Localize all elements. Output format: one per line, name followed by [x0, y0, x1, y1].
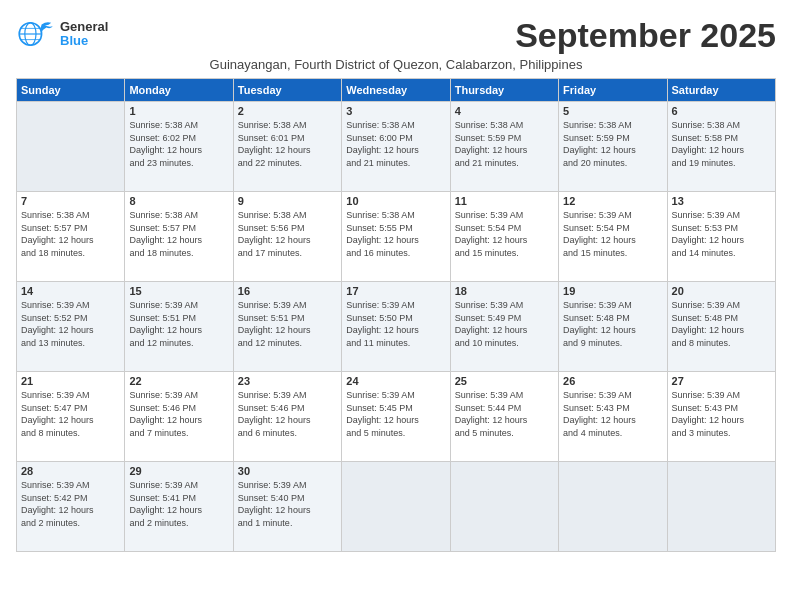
day-info: Sunrise: 5:39 AMSunset: 5:50 PMDaylight:…: [346, 299, 445, 349]
calendar-cell: [559, 462, 667, 552]
day-number: 22: [129, 375, 228, 387]
calendar-cell: 30Sunrise: 5:39 AMSunset: 5:40 PMDayligh…: [233, 462, 341, 552]
column-header-monday: Monday: [125, 79, 233, 102]
day-info: Sunrise: 5:38 AMSunset: 5:58 PMDaylight:…: [672, 119, 771, 169]
day-info: Sunrise: 5:39 AMSunset: 5:44 PMDaylight:…: [455, 389, 554, 439]
day-number: 21: [21, 375, 120, 387]
calendar-week-row: 21Sunrise: 5:39 AMSunset: 5:47 PMDayligh…: [17, 372, 776, 462]
day-info: Sunrise: 5:39 AMSunset: 5:43 PMDaylight:…: [563, 389, 662, 439]
day-number: 29: [129, 465, 228, 477]
calendar-cell: [17, 102, 125, 192]
calendar-cell: 26Sunrise: 5:39 AMSunset: 5:43 PMDayligh…: [559, 372, 667, 462]
day-number: 5: [563, 105, 662, 117]
day-info: Sunrise: 5:39 AMSunset: 5:53 PMDaylight:…: [672, 209, 771, 259]
calendar-cell: 2Sunrise: 5:38 AMSunset: 6:01 PMDaylight…: [233, 102, 341, 192]
calendar-cell: [667, 462, 775, 552]
day-number: 27: [672, 375, 771, 387]
logo: General Blue: [16, 16, 108, 52]
day-info: Sunrise: 5:39 AMSunset: 5:42 PMDaylight:…: [21, 479, 120, 529]
day-number: 23: [238, 375, 337, 387]
day-number: 4: [455, 105, 554, 117]
day-info: Sunrise: 5:39 AMSunset: 5:54 PMDaylight:…: [563, 209, 662, 259]
day-info: Sunrise: 5:39 AMSunset: 5:46 PMDaylight:…: [238, 389, 337, 439]
day-number: 20: [672, 285, 771, 297]
day-info: Sunrise: 5:38 AMSunset: 5:56 PMDaylight:…: [238, 209, 337, 259]
calendar-cell: 16Sunrise: 5:39 AMSunset: 5:51 PMDayligh…: [233, 282, 341, 372]
day-number: 19: [563, 285, 662, 297]
logo-blue-text: Blue: [60, 34, 108, 48]
column-header-sunday: Sunday: [17, 79, 125, 102]
column-header-wednesday: Wednesday: [342, 79, 450, 102]
day-info: Sunrise: 5:38 AMSunset: 5:57 PMDaylight:…: [21, 209, 120, 259]
calendar-cell: 25Sunrise: 5:39 AMSunset: 5:44 PMDayligh…: [450, 372, 558, 462]
day-info: Sunrise: 5:39 AMSunset: 5:47 PMDaylight:…: [21, 389, 120, 439]
day-info: Sunrise: 5:38 AMSunset: 6:00 PMDaylight:…: [346, 119, 445, 169]
column-header-tuesday: Tuesday: [233, 79, 341, 102]
calendar-header-row: SundayMondayTuesdayWednesdayThursdayFrid…: [17, 79, 776, 102]
logo-general-text: General: [60, 20, 108, 34]
calendar-cell: 27Sunrise: 5:39 AMSunset: 5:43 PMDayligh…: [667, 372, 775, 462]
calendar-cell: 21Sunrise: 5:39 AMSunset: 5:47 PMDayligh…: [17, 372, 125, 462]
day-number: 2: [238, 105, 337, 117]
day-info: Sunrise: 5:39 AMSunset: 5:51 PMDaylight:…: [129, 299, 228, 349]
day-number: 6: [672, 105, 771, 117]
day-number: 7: [21, 195, 120, 207]
day-info: Sunrise: 5:39 AMSunset: 5:43 PMDaylight:…: [672, 389, 771, 439]
day-info: Sunrise: 5:39 AMSunset: 5:40 PMDaylight:…: [238, 479, 337, 529]
calendar-cell: 3Sunrise: 5:38 AMSunset: 6:00 PMDaylight…: [342, 102, 450, 192]
day-number: 26: [563, 375, 662, 387]
day-number: 30: [238, 465, 337, 477]
calendar-cell: 18Sunrise: 5:39 AMSunset: 5:49 PMDayligh…: [450, 282, 558, 372]
day-number: 13: [672, 195, 771, 207]
calendar-cell: 14Sunrise: 5:39 AMSunset: 5:52 PMDayligh…: [17, 282, 125, 372]
column-header-thursday: Thursday: [450, 79, 558, 102]
logo-icon: [16, 16, 56, 52]
day-info: Sunrise: 5:39 AMSunset: 5:49 PMDaylight:…: [455, 299, 554, 349]
calendar-cell: 20Sunrise: 5:39 AMSunset: 5:48 PMDayligh…: [667, 282, 775, 372]
day-info: Sunrise: 5:39 AMSunset: 5:52 PMDaylight:…: [21, 299, 120, 349]
day-info: Sunrise: 5:38 AMSunset: 5:57 PMDaylight:…: [129, 209, 228, 259]
day-number: 11: [455, 195, 554, 207]
calendar-cell: [450, 462, 558, 552]
day-info: Sunrise: 5:39 AMSunset: 5:46 PMDaylight:…: [129, 389, 228, 439]
calendar-cell: 7Sunrise: 5:38 AMSunset: 5:57 PMDaylight…: [17, 192, 125, 282]
calendar-cell: 10Sunrise: 5:38 AMSunset: 5:55 PMDayligh…: [342, 192, 450, 282]
month-title: September 2025: [515, 16, 776, 55]
calendar-cell: 13Sunrise: 5:39 AMSunset: 5:53 PMDayligh…: [667, 192, 775, 282]
calendar-week-row: 28Sunrise: 5:39 AMSunset: 5:42 PMDayligh…: [17, 462, 776, 552]
day-number: 14: [21, 285, 120, 297]
day-number: 1: [129, 105, 228, 117]
calendar-cell: [342, 462, 450, 552]
calendar-cell: 12Sunrise: 5:39 AMSunset: 5:54 PMDayligh…: [559, 192, 667, 282]
calendar-week-row: 1Sunrise: 5:38 AMSunset: 6:02 PMDaylight…: [17, 102, 776, 192]
calendar-table: SundayMondayTuesdayWednesdayThursdayFrid…: [16, 78, 776, 552]
day-info: Sunrise: 5:39 AMSunset: 5:54 PMDaylight:…: [455, 209, 554, 259]
day-number: 15: [129, 285, 228, 297]
day-number: 16: [238, 285, 337, 297]
day-info: Sunrise: 5:38 AMSunset: 5:55 PMDaylight:…: [346, 209, 445, 259]
calendar-cell: 8Sunrise: 5:38 AMSunset: 5:57 PMDaylight…: [125, 192, 233, 282]
location-subtitle: Guinayangan, Fourth District of Quezon, …: [16, 57, 776, 72]
day-info: Sunrise: 5:39 AMSunset: 5:48 PMDaylight:…: [563, 299, 662, 349]
calendar-cell: 11Sunrise: 5:39 AMSunset: 5:54 PMDayligh…: [450, 192, 558, 282]
day-info: Sunrise: 5:39 AMSunset: 5:48 PMDaylight:…: [672, 299, 771, 349]
calendar-cell: 9Sunrise: 5:38 AMSunset: 5:56 PMDaylight…: [233, 192, 341, 282]
day-number: 28: [21, 465, 120, 477]
day-info: Sunrise: 5:38 AMSunset: 6:01 PMDaylight:…: [238, 119, 337, 169]
day-info: Sunrise: 5:38 AMSunset: 5:59 PMDaylight:…: [563, 119, 662, 169]
calendar-cell: 6Sunrise: 5:38 AMSunset: 5:58 PMDaylight…: [667, 102, 775, 192]
calendar-cell: 23Sunrise: 5:39 AMSunset: 5:46 PMDayligh…: [233, 372, 341, 462]
day-number: 24: [346, 375, 445, 387]
day-number: 8: [129, 195, 228, 207]
calendar-cell: 5Sunrise: 5:38 AMSunset: 5:59 PMDaylight…: [559, 102, 667, 192]
calendar-cell: 22Sunrise: 5:39 AMSunset: 5:46 PMDayligh…: [125, 372, 233, 462]
calendar-cell: 1Sunrise: 5:38 AMSunset: 6:02 PMDaylight…: [125, 102, 233, 192]
day-info: Sunrise: 5:39 AMSunset: 5:51 PMDaylight:…: [238, 299, 337, 349]
day-info: Sunrise: 5:38 AMSunset: 5:59 PMDaylight:…: [455, 119, 554, 169]
day-number: 9: [238, 195, 337, 207]
calendar-cell: 19Sunrise: 5:39 AMSunset: 5:48 PMDayligh…: [559, 282, 667, 372]
calendar-cell: 24Sunrise: 5:39 AMSunset: 5:45 PMDayligh…: [342, 372, 450, 462]
day-number: 17: [346, 285, 445, 297]
day-number: 3: [346, 105, 445, 117]
calendar-week-row: 7Sunrise: 5:38 AMSunset: 5:57 PMDaylight…: [17, 192, 776, 282]
